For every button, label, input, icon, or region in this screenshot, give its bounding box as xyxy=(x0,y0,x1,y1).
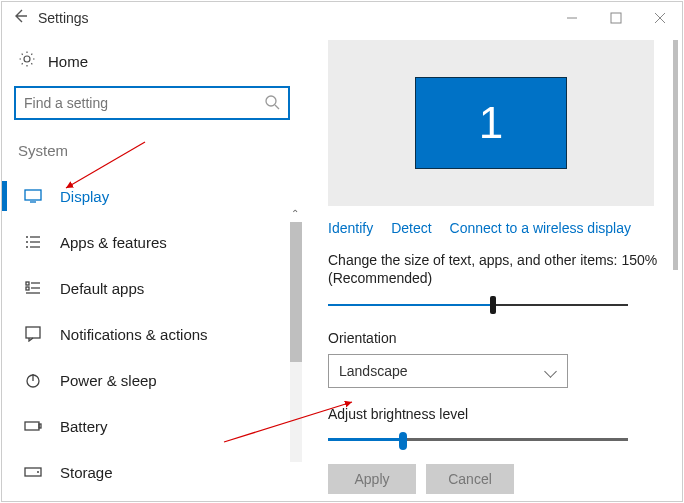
brightness-label: Adjust brightness level xyxy=(328,406,662,422)
sidebar-item-apps-features[interactable]: Apps & features xyxy=(14,219,294,265)
window-title: Settings xyxy=(38,10,89,26)
sidebar: Home System Display Apps & features xyxy=(2,34,302,501)
power-icon xyxy=(24,372,42,388)
svg-rect-24 xyxy=(25,422,39,430)
svg-rect-3 xyxy=(611,13,621,23)
sidebar-home[interactable]: Home xyxy=(14,46,294,86)
slider-thumb[interactable] xyxy=(399,432,407,450)
apply-button[interactable]: Apply xyxy=(328,464,416,494)
battery-icon xyxy=(24,420,42,432)
display-icon xyxy=(24,189,42,203)
back-arrow-icon xyxy=(12,8,28,24)
slider-track-inactive xyxy=(493,304,628,306)
back-button[interactable] xyxy=(2,8,38,29)
scale-label: Change the size of text, apps, and other… xyxy=(328,252,662,268)
svg-rect-21 xyxy=(26,327,40,338)
orientation-value: Landscape xyxy=(339,363,408,379)
sidebar-item-label: Notifications & actions xyxy=(60,326,208,343)
titlebar: Settings xyxy=(2,2,682,34)
sidebar-item-label: Power & sleep xyxy=(60,372,157,389)
orientation-select[interactable]: Landscape xyxy=(328,354,568,388)
cancel-button[interactable]: Cancel xyxy=(426,464,514,494)
svg-rect-8 xyxy=(25,190,41,200)
slider-track-active xyxy=(328,438,403,441)
identify-link[interactable]: Identify xyxy=(328,220,373,236)
sidebar-item-label: Display xyxy=(60,188,109,205)
minimize-button[interactable] xyxy=(550,2,594,34)
content-scrollbar[interactable] xyxy=(673,40,678,270)
sidebar-item-label: Apps & features xyxy=(60,234,167,251)
gear-icon xyxy=(18,50,36,72)
svg-rect-25 xyxy=(39,424,41,428)
sidebar-item-label: Default apps xyxy=(60,280,144,297)
storage-icon xyxy=(24,466,42,478)
monitor-1[interactable]: 1 xyxy=(415,77,567,169)
sidebar-nav: Display Apps & features Default apps Not… xyxy=(14,173,294,495)
minimize-icon xyxy=(566,12,578,24)
content-pane: 1 Identify Detect Connect to a wireless … xyxy=(302,34,682,501)
scale-slider[interactable] xyxy=(328,296,628,314)
maximize-icon xyxy=(610,12,622,24)
maximize-button[interactable] xyxy=(594,2,638,34)
scale-sub-label: (Recommended) xyxy=(328,270,662,286)
svg-line-7 xyxy=(275,105,279,109)
scroll-up-icon: ⌃ xyxy=(291,208,299,219)
search-input[interactable] xyxy=(14,86,290,120)
display-preview: 1 xyxy=(328,40,654,206)
close-icon xyxy=(654,12,666,24)
sidebar-section-header: System xyxy=(18,142,294,159)
svg-point-27 xyxy=(37,471,39,473)
svg-point-6 xyxy=(266,96,276,106)
slider-track-inactive xyxy=(403,438,628,441)
sidebar-item-display[interactable]: Display xyxy=(14,173,294,219)
notifications-icon xyxy=(24,326,42,342)
sidebar-item-label: Battery xyxy=(60,418,108,435)
default-apps-icon xyxy=(24,281,42,295)
display-links: Identify Detect Connect to a wireless di… xyxy=(328,220,662,236)
window-controls xyxy=(550,2,682,34)
slider-thumb[interactable] xyxy=(490,296,496,314)
list-icon xyxy=(24,235,42,249)
sidebar-item-storage[interactable]: Storage xyxy=(14,449,294,495)
brightness-slider[interactable] xyxy=(328,430,628,450)
sidebar-item-default-apps[interactable]: Default apps xyxy=(14,265,294,311)
settings-window: Settings Home System xyxy=(1,1,683,502)
sidebar-item-label: Storage xyxy=(60,464,113,481)
search-icon xyxy=(264,94,280,114)
sidebar-item-power-sleep[interactable]: Power & sleep xyxy=(14,357,294,403)
svg-rect-16 xyxy=(26,282,29,285)
close-button[interactable] xyxy=(638,2,682,34)
sidebar-scrollbar-thumb[interactable] xyxy=(290,222,302,362)
sidebar-item-notifications[interactable]: Notifications & actions xyxy=(14,311,294,357)
home-label: Home xyxy=(48,53,88,70)
sidebar-item-battery[interactable]: Battery xyxy=(14,403,294,449)
slider-track-active xyxy=(328,304,493,306)
orientation-label: Orientation xyxy=(328,330,662,346)
button-row: Apply Cancel xyxy=(328,464,662,494)
detect-link[interactable]: Detect xyxy=(391,220,431,236)
sidebar-scrollbar[interactable]: ⌃ xyxy=(290,222,302,462)
svg-rect-18 xyxy=(26,287,29,290)
wireless-display-link[interactable]: Connect to a wireless display xyxy=(450,220,631,236)
